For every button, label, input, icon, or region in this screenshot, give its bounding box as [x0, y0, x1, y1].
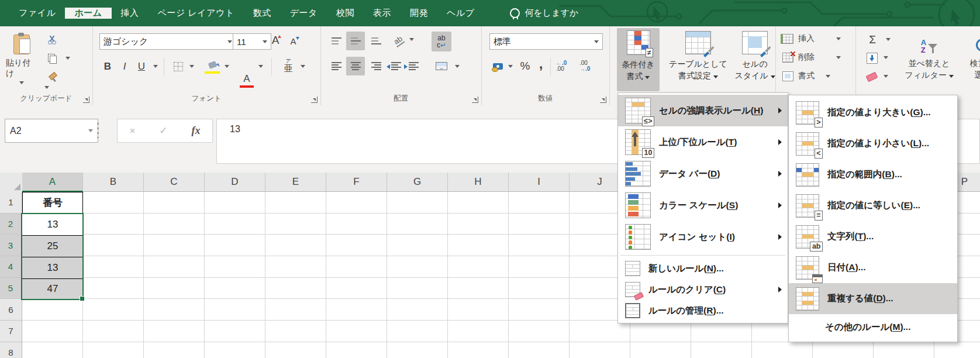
insert-chevron-icon[interactable] — [836, 37, 841, 40]
font-color-button[interactable]: A — [240, 72, 254, 86]
conditional-formatting-button[interactable]: ≠ 条件付き 書式 — [617, 28, 660, 91]
fill-chevron-icon[interactable] — [884, 56, 888, 59]
menu-item-icon-sets[interactable]: アイコン セット(I) — [618, 221, 788, 253]
font-name-combo[interactable]: 游ゴシック — [99, 33, 236, 50]
font-size-combo[interactable]: 11 — [233, 33, 271, 50]
column-header[interactable]: E — [265, 173, 326, 192]
percent-style-button[interactable]: % — [517, 58, 533, 74]
menu-item-color-scales[interactable]: カラー スケール(S) — [618, 190, 788, 221]
column-header[interactable]: A — [22, 173, 83, 192]
italic-button[interactable]: I — [118, 59, 131, 74]
font-dialog-launcher-icon[interactable] — [311, 97, 318, 103]
column-header[interactable]: D — [205, 173, 265, 192]
tab-home[interactable]: ホーム — [65, 8, 111, 19]
fill-color-chevron-icon[interactable] — [225, 65, 229, 68]
delete-cells-button[interactable]: 削除 — [782, 52, 815, 63]
align-left-button[interactable] — [329, 58, 344, 74]
row-header[interactable]: 3 — [0, 235, 22, 256]
middle-align-button[interactable] — [346, 32, 365, 50]
format-painter-chevron-icon[interactable] — [44, 86, 49, 89]
cell-styles-button[interactable]: セルの スタイル — [737, 28, 773, 91]
merge-chevron-icon[interactable] — [455, 65, 460, 68]
autosum-chevron-icon[interactable] — [886, 38, 891, 41]
ribbon-tab[interactable]: ファイルホーム挿入ページ レイアウト数式データ校閲表示開発ヘルプ — [0, 0, 494, 26]
cell-A1[interactable]: 番号 — [22, 192, 83, 214]
submenu-item-equal-to[interactable]: = 指定の値に等しい(E)... — [789, 190, 957, 221]
submenu-item-greater-than[interactable]: > 指定の値より大きい(G)... — [789, 97, 957, 128]
orientation-chevron-icon[interactable] — [409, 38, 414, 41]
row-header[interactable]: 1 — [0, 192, 22, 214]
tab-data[interactable]: データ — [281, 8, 327, 19]
clear-button[interactable] — [865, 71, 879, 82]
underline-button[interactable]: U — [134, 59, 149, 74]
tab-file[interactable]: ファイル — [9, 8, 65, 19]
insert-cells-button[interactable]: 挿入 — [782, 33, 815, 44]
column-header[interactable]: H — [448, 173, 509, 192]
orientation-button[interactable]: ab — [389, 32, 407, 49]
autosum-button[interactable]: Σ — [865, 32, 880, 47]
row-header[interactable]: 8 — [0, 342, 22, 358]
bottom-align-button[interactable] — [368, 33, 384, 49]
name-box[interactable]: A2 — [5, 119, 98, 143]
decrease-font-button[interactable]: A — [288, 33, 302, 49]
format-chevron-icon[interactable] — [826, 75, 830, 78]
tab-view[interactable]: 表示 — [364, 8, 401, 19]
sort-filter-button[interactable]: AZ 並べ替えと フィルター — [901, 29, 957, 90]
row-header[interactable]: 6 — [0, 299, 22, 321]
borders-button[interactable] — [171, 59, 186, 74]
increase-font-button[interactable]: A — [269, 32, 284, 49]
format-cells-button[interactable]: 書式 — [782, 71, 815, 81]
tab-help[interactable]: ヘルプ — [437, 8, 484, 19]
row-header[interactable]: 2 — [0, 214, 22, 235]
accounting-format-button[interactable] — [491, 59, 505, 73]
copy-chevron-icon[interactable] — [65, 57, 70, 60]
submenu-item-text-that-contains[interactable]: ab 文字列(T)... — [789, 221, 957, 252]
bold-button[interactable]: B — [101, 59, 115, 74]
number-dialog-launcher-icon[interactable] — [600, 97, 606, 103]
top-align-button[interactable] — [329, 33, 344, 49]
column-header[interactable]: G — [387, 173, 448, 192]
submenu-item-duplicate-values[interactable]: 重複する値(D)... — [789, 283, 957, 314]
cancel-icon[interactable]: × — [129, 125, 135, 137]
accounting-chevron-icon[interactable] — [508, 65, 513, 68]
row-header[interactable]: 7 — [0, 321, 22, 342]
row-header[interactable]: 5 — [0, 278, 22, 300]
menu-item-manage-rules[interactable]: ルールの管理(R)... — [618, 300, 788, 321]
tab-page-layout[interactable]: ページ レイアウト — [149, 8, 244, 19]
underline-chevron-icon[interactable] — [153, 65, 158, 68]
decrease-decimal-button[interactable]: .00→.0 — [579, 59, 599, 73]
cut-button[interactable] — [44, 33, 60, 46]
number-format-combo[interactable]: 標準 — [489, 33, 603, 50]
submenu-item-date-occurring[interactable]: 日付(A)... — [789, 252, 957, 283]
row-header[interactable]: 4 — [0, 256, 22, 278]
decrease-indent-button[interactable] — [388, 58, 403, 74]
tab-insert[interactable]: 挿入 — [112, 8, 149, 19]
column-header[interactable]: I — [509, 173, 570, 192]
submenu-item-less-than[interactable]: < 指定の値より小さい(L)... — [789, 128, 957, 159]
fill-button[interactable] — [865, 51, 879, 65]
increase-decimal-button[interactable]: ←.0.00 — [556, 59, 576, 73]
select-all-corner[interactable] — [0, 173, 23, 192]
menu-item-new-rule[interactable]: 新しいルール(N)... — [618, 258, 788, 279]
insert-function-icon[interactable]: fx — [192, 125, 201, 137]
copy-button[interactable] — [44, 52, 60, 65]
clear-chevron-icon[interactable] — [884, 75, 888, 78]
merge-center-button[interactable]: ↔ — [433, 58, 450, 74]
menu-item-top-bottom-rules[interactable]: 10 上位/下位ルール(T) — [618, 126, 788, 158]
borders-chevron-icon[interactable] — [189, 65, 194, 68]
increase-indent-button[interactable] — [406, 58, 421, 74]
align-right-button[interactable] — [368, 58, 384, 74]
tab-formulas[interactable]: 数式 — [244, 8, 281, 19]
tab-developer[interactable]: 開発 — [401, 8, 437, 19]
wrap-text-button[interactable]: ab c↵ — [432, 32, 451, 51]
phonetic-chevron-icon[interactable] — [301, 65, 305, 68]
column-header[interactable]: C — [144, 173, 205, 192]
tab-review[interactable]: 校閲 — [327, 8, 364, 19]
fill-handle[interactable] — [80, 296, 85, 301]
submenu-item-more-rules[interactable]: その他のルール(M)... — [789, 314, 957, 340]
format-as-table-button[interactable]: テーブルとして 書式設定 — [662, 28, 734, 91]
formula-bar-drag-handle[interactable] — [97, 123, 99, 138]
menu-item-data-bars[interactable]: データ バー(D) — [618, 158, 788, 190]
alignment-dialog-launcher-icon[interactable] — [472, 97, 478, 103]
enter-icon[interactable]: ✓ — [159, 125, 167, 137]
